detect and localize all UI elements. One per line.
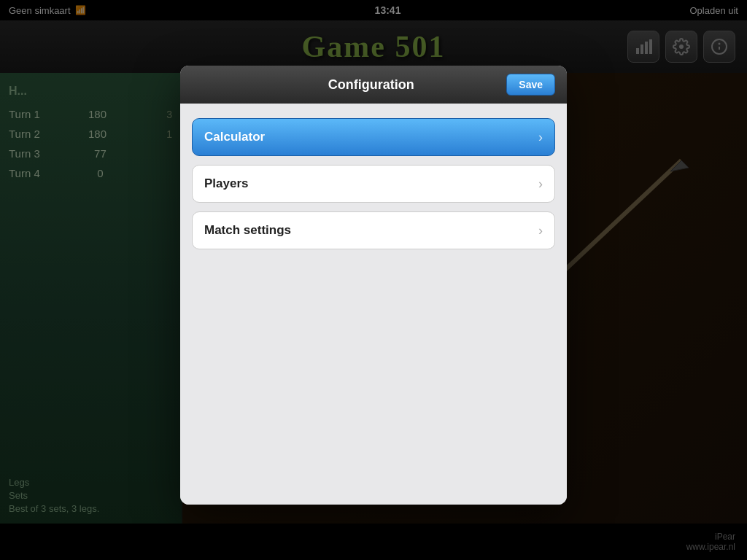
calculator-label: Calculator bbox=[204, 130, 265, 144]
players-menu-item[interactable]: Players › bbox=[192, 165, 555, 203]
save-button[interactable]: Save bbox=[506, 74, 555, 96]
match-settings-label: Match settings bbox=[204, 223, 291, 238]
players-chevron-icon: › bbox=[538, 176, 543, 192]
match-settings-chevron-icon: › bbox=[538, 223, 543, 238]
players-label: Players bbox=[204, 176, 249, 191]
modal-body: Calculator › Players › Match settings › bbox=[180, 104, 567, 505]
modal-title: Configuration bbox=[236, 77, 506, 93]
modal-header: Configuration Save bbox=[180, 66, 567, 104]
config-modal: Configuration Save Calculator › Players … bbox=[180, 66, 567, 505]
match-settings-menu-item[interactable]: Match settings › bbox=[192, 211, 555, 249]
calculator-menu-item[interactable]: Calculator › bbox=[192, 118, 555, 156]
calculator-chevron-icon: › bbox=[538, 130, 543, 145]
